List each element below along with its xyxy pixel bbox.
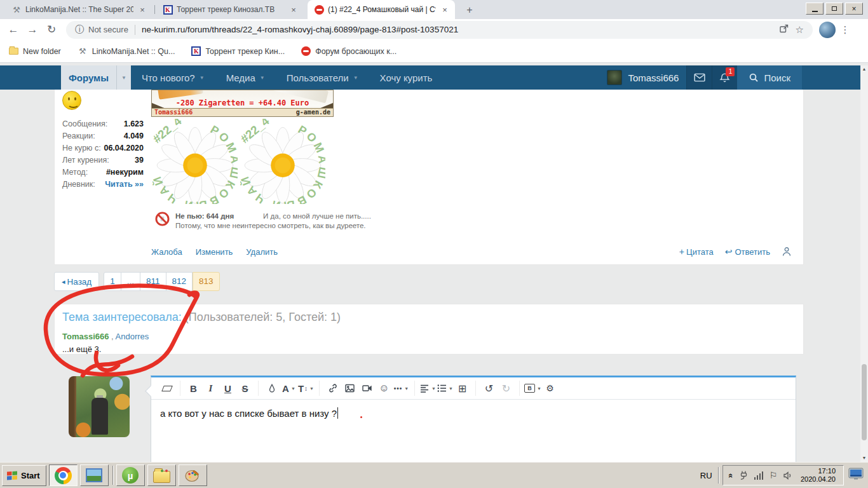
page-current-813[interactable]: 813: [193, 272, 220, 291]
page-link-812[interactable]: 812: [166, 272, 193, 291]
quote-button[interactable]: +Цитата: [679, 247, 714, 257]
italic-button[interactable]: I: [202, 380, 219, 396]
font-size-button[interactable]: T↕▼: [297, 380, 315, 396]
taskbar-utorrent-button[interactable]: µ: [116, 464, 145, 486]
strikethrough-button[interactable]: S: [236, 380, 254, 396]
bookmark-new-folder[interactable]: New folder: [9, 47, 61, 56]
flag-icon[interactable]: ⚐: [769, 470, 777, 480]
interested-user-andorres[interactable]: Andorres: [116, 332, 149, 341]
forward-button[interactable]: →: [23, 24, 42, 36]
profile-avatar[interactable]: [819, 22, 836, 38]
page-info-icon[interactable]: ⓘ: [75, 24, 84, 36]
insert-link-button[interactable]: [324, 380, 341, 396]
power-plug-icon[interactable]: [739, 470, 749, 480]
tab-close-icon[interactable]: ×: [440, 5, 450, 15]
page-ellipsis: ...: [121, 272, 140, 291]
taskbar-chrome-button[interactable]: [49, 464, 78, 486]
taskbar-paint-button[interactable]: [179, 464, 207, 486]
daisy-badge-image[interactable]: РОМАШКОВЫЙ ЧАЙ #22_4: [240, 119, 325, 204]
omnibox-divider: [135, 25, 135, 35]
taskbar-folder-button[interactable]: [147, 464, 176, 486]
image-icon: [344, 383, 355, 393]
window-close-button[interactable]: ×: [845, 3, 863, 15]
tab-linkomanija[interactable]: ⚒ LinkoManija.Net :: The Super 2017 H ×: [5, 0, 153, 19]
alignment-button[interactable]: ▼: [419, 380, 437, 396]
window-minimize-button[interactable]: [806, 3, 824, 15]
redo-button[interactable]: ↻: [498, 380, 515, 396]
tab-title: (1) #22_4 Ромашковый чай | Стра: [328, 5, 436, 14]
language-indicator[interactable]: RU: [695, 471, 718, 480]
bookmark-kinozal[interactable]: K Торрент трекер Кин...: [191, 46, 285, 56]
browser-menu-icon[interactable]: ⋮: [836, 24, 855, 36]
scroll-thumb[interactable]: [862, 364, 867, 440]
page-link-1[interactable]: 1: [104, 272, 121, 291]
reply-user-avatar[interactable]: [69, 376, 130, 437]
smilies-button[interactable]: ☺: [376, 380, 393, 396]
tab-kinozal[interactable]: K Торрент трекер Кинозал.ТВ ×: [156, 0, 304, 19]
inbox-button[interactable]: [686, 65, 712, 90]
tab-close-icon[interactable]: ×: [137, 5, 147, 15]
page-back-button[interactable]: ◂ Назад: [54, 272, 99, 291]
alerts-button[interactable]: 1: [712, 65, 737, 90]
text-color-button[interactable]: [263, 380, 280, 396]
navbar-user-menu[interactable]: Tomassi666: [599, 65, 686, 90]
window-restore-button[interactable]: [825, 3, 843, 15]
edit-link[interactable]: Изменить: [196, 247, 233, 257]
diary-link[interactable]: Читать »»: [105, 179, 144, 191]
chevron-down-icon[interactable]: ▼: [117, 75, 131, 81]
volume-icon[interactable]: [783, 471, 793, 480]
network-signal-icon[interactable]: [754, 471, 764, 480]
nav-item-whats-new[interactable]: Что нового? ▼: [131, 65, 215, 90]
font-family-button[interactable]: A▼: [280, 380, 297, 396]
bold-button[interactable]: B: [185, 380, 202, 396]
tray-clock[interactable]: 17:10 2020.04.20: [799, 467, 837, 484]
nav-item-want-to-smoke[interactable]: Хочу курить: [369, 65, 444, 90]
remove-format-button[interactable]: [158, 380, 175, 396]
editor-settings-button[interactable]: ⚙: [541, 380, 559, 396]
insert-media-button[interactable]: [358, 380, 376, 396]
bbcode-icon: B: [524, 384, 535, 393]
tray-chevron-icon[interactable]: «: [726, 473, 736, 477]
show-desktop-button[interactable]: [848, 468, 864, 483]
taskbar-imageviewer-button[interactable]: [80, 464, 109, 486]
interested-user-tomassi666[interactable]: Tomassi666: [62, 332, 109, 341]
tab-romashkovy-chai-active[interactable]: (1) #22_4 Ромашковый чай | Стра ×: [308, 0, 455, 19]
nav-item-users[interactable]: Пользователи ▼: [276, 65, 369, 90]
report-link[interactable]: Жалоба: [151, 247, 182, 257]
list-button[interactable]: ▼: [437, 380, 454, 396]
page-scrollbar[interactable]: ▲ ▼: [860, 65, 868, 462]
user-icon[interactable]: [782, 247, 792, 257]
tab-close-icon[interactable]: ×: [288, 5, 299, 15]
underline-button[interactable]: U: [219, 380, 236, 396]
nav-item-forums[interactable]: Форумы ▼: [61, 65, 131, 90]
search-button[interactable]: Поиск: [737, 65, 802, 90]
toggle-bbcode-button[interactable]: B▼: [524, 380, 541, 396]
delete-link[interactable]: Удалить: [246, 247, 278, 257]
bookmark-star-icon[interactable]: ☆: [796, 24, 804, 36]
tab-separator: [154, 5, 155, 14]
editor-text-area[interactable]: а кто вот у нас в списке бывает в низу ?: [151, 400, 796, 426]
new-tab-button[interactable]: +: [461, 3, 478, 18]
send-to-device-icon[interactable]: [779, 24, 789, 36]
forum-page: Сообщения:1.623 Реакции:4.049 Не курю с:…: [0, 90, 860, 462]
undo-button[interactable]: ↺: [480, 380, 498, 396]
signature-banner-image[interactable]: -280 Zigaretten = +64.40 Euro Tomassi666…: [151, 90, 334, 117]
insert-image-button[interactable]: [341, 380, 358, 396]
insert-table-button[interactable]: ⊞: [454, 380, 471, 396]
daisy-badge-image[interactable]: РОМАШКОВЫЙ ЧАЙ #22_4: [153, 119, 238, 204]
page-link-811[interactable]: 811: [140, 272, 166, 291]
nav-label: Форумы: [61, 72, 116, 83]
stat-row: Метод:#некурим: [62, 166, 144, 179]
reply-button[interactable]: ↩Ответить: [725, 247, 770, 257]
start-button[interactable]: Start: [2, 465, 46, 486]
address-bar[interactable]: ⓘ Not secure ne-kurim.ru/forum/threads/2…: [66, 21, 813, 39]
back-button[interactable]: ←: [4, 24, 23, 36]
more-options-button[interactable]: •••▼: [393, 380, 410, 396]
bookmark-linkomanija[interactable]: ⚒ LinkoManija.Net :: Qu...: [78, 46, 175, 57]
nav-item-media[interactable]: Медиа ▼: [215, 65, 276, 90]
scroll-down-icon[interactable]: ▼: [860, 454, 868, 462]
refresh-button[interactable]: ↻: [42, 23, 61, 36]
scroll-up-icon[interactable]: ▲: [860, 65, 868, 73]
bookmark-ne-kurim-forum[interactable]: Форум бросающих к...: [301, 46, 397, 56]
url-text[interactable]: ne-kurim.ru/forum/threads/22_4-romashkov…: [142, 25, 775, 34]
